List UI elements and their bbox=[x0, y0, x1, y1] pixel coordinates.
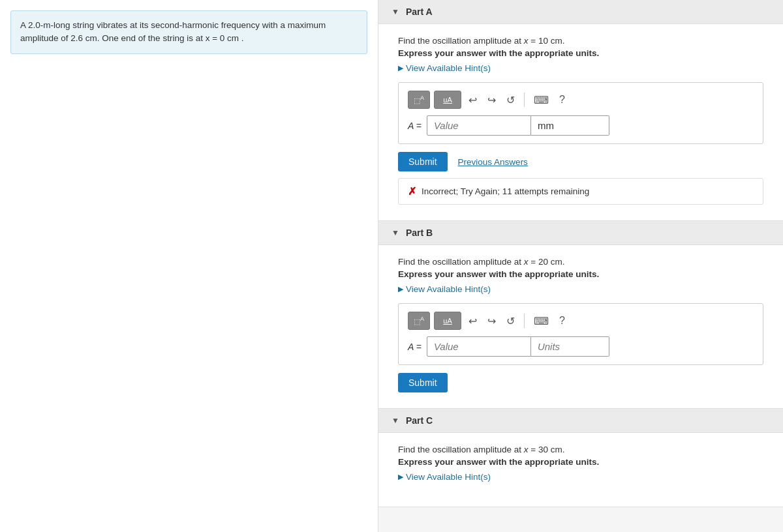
part-b-input-row: A = bbox=[408, 336, 754, 357]
part-a-answer-box: ⬚A uA ↩ ↪ ↺ ⌨ bbox=[398, 82, 763, 144]
undo-icon: ↩ bbox=[468, 95, 477, 106]
part-a-error-box: ✗ Incorrect; Try Again; 11 attempts rema… bbox=[398, 178, 763, 205]
part-b-submit-btn[interactable]: Submit bbox=[398, 373, 448, 392]
part-a-toolbar: ⬚A uA ↩ ↪ ↺ ⌨ bbox=[408, 91, 754, 109]
part-a-submit-row: Submit Previous Answers bbox=[398, 152, 763, 171]
part-a-express-text: Express your answer with the appropriate… bbox=[398, 48, 763, 58]
part-b-text-btn[interactable]: uA bbox=[434, 312, 461, 330]
part-a-keyboard-btn[interactable]: ⌨ bbox=[530, 92, 552, 108]
format-icon-b: ⬚A bbox=[414, 316, 424, 326]
left-panel: A 2.0-m-long string vibrates at its seco… bbox=[0, 0, 378, 532]
refresh-icon: ↺ bbox=[506, 95, 515, 106]
part-a-hint-label: View Available Hint(s) bbox=[406, 63, 491, 73]
part-b-hint-arrow-icon: ▶ bbox=[398, 285, 403, 293]
part-b-header[interactable]: ▼ Part B bbox=[378, 221, 783, 245]
right-panel: ▼ Part A Find the oscillation amplitude … bbox=[378, 0, 783, 532]
part-c-section: ▼ Part C Find the oscillation amplitude … bbox=[378, 409, 783, 507]
part-b-input-label: A = bbox=[408, 342, 422, 352]
refresh-icon-b: ↺ bbox=[506, 316, 515, 327]
part-b-hint-link[interactable]: ▶ View Available Hint(s) bbox=[398, 284, 763, 294]
keyboard-icon-b: ⌨ bbox=[534, 316, 549, 327]
part-b-refresh-btn[interactable]: ↺ bbox=[503, 313, 518, 329]
problem-box: A 2.0-m-long string vibrates at its seco… bbox=[10, 10, 367, 54]
help-icon: ? bbox=[559, 94, 565, 105]
part-a-text-btn[interactable]: uA bbox=[434, 91, 461, 109]
part-c-hint-arrow-icon: ▶ bbox=[398, 473, 403, 481]
part-b-answer-box: ⬚A uA ↩ ↪ ↺ ⌨ bbox=[398, 303, 763, 365]
part-a-input-row: A = bbox=[408, 115, 754, 136]
part-a-error-text: Incorrect; Try Again; 11 attempts remain… bbox=[422, 186, 589, 196]
part-a-hint-arrow-icon: ▶ bbox=[398, 64, 403, 72]
part-a-header[interactable]: ▼ Part A bbox=[378, 0, 783, 24]
part-a-section: ▼ Part A Find the oscillation amplitude … bbox=[378, 0, 783, 221]
part-c-express-text: Express your answer with the appropriate… bbox=[398, 457, 763, 467]
part-a-format-btn[interactable]: ⬚A bbox=[408, 91, 430, 109]
part-b-format-btn[interactable]: ⬚A bbox=[408, 312, 430, 330]
part-b-redo-btn[interactable]: ↪ bbox=[484, 313, 499, 329]
part-c-header[interactable]: ▼ Part C bbox=[378, 409, 783, 433]
part-a-separator bbox=[524, 93, 525, 107]
part-a-help-btn[interactable]: ? bbox=[556, 92, 568, 108]
part-b-value-input[interactable] bbox=[427, 336, 531, 357]
part-b-content: Find the oscillation amplitude at x = 20… bbox=[378, 245, 783, 409]
part-b-undo-btn[interactable]: ↩ bbox=[465, 313, 480, 329]
part-b-hint-label: View Available Hint(s) bbox=[406, 284, 491, 294]
part-c-content: Find the oscillation amplitude at x = 30… bbox=[378, 433, 783, 507]
part-a-arrow-icon: ▼ bbox=[392, 7, 399, 16]
part-c-arrow-icon: ▼ bbox=[392, 416, 399, 425]
part-c-find-text: Find the oscillation amplitude at x = 30… bbox=[398, 445, 763, 454]
part-a-find-text: Find the oscillation amplitude at x = 10… bbox=[398, 36, 763, 46]
text-icon-b: uA bbox=[443, 317, 452, 325]
part-b-toolbar: ⬚A uA ↩ ↪ ↺ ⌨ bbox=[408, 312, 754, 330]
keyboard-icon: ⌨ bbox=[534, 95, 549, 106]
part-c-label: Part C bbox=[406, 415, 433, 426]
part-b-separator bbox=[524, 314, 525, 328]
part-a-previous-answers-link[interactable]: Previous Answers bbox=[458, 157, 528, 167]
error-icon: ✗ bbox=[408, 185, 416, 198]
part-a-submit-btn[interactable]: Submit bbox=[398, 152, 448, 171]
part-b-label: Part B bbox=[406, 228, 433, 238]
part-a-content: Find the oscillation amplitude at x = 10… bbox=[378, 24, 783, 221]
undo-icon-b: ↩ bbox=[468, 316, 477, 327]
part-b-arrow-icon: ▼ bbox=[392, 228, 399, 237]
part-b-units-input[interactable] bbox=[531, 336, 609, 357]
part-a-value-input[interactable] bbox=[427, 115, 531, 136]
part-a-hint-link[interactable]: ▶ View Available Hint(s) bbox=[398, 63, 763, 73]
part-b-section: ▼ Part B Find the oscillation amplitude … bbox=[378, 221, 783, 409]
part-b-submit-row: Submit bbox=[398, 373, 763, 392]
part-a-undo-btn[interactable]: ↩ bbox=[465, 92, 480, 108]
part-b-keyboard-btn[interactable]: ⌨ bbox=[530, 313, 552, 329]
format-icon: ⬚A bbox=[414, 95, 424, 105]
redo-icon: ↪ bbox=[487, 95, 496, 106]
part-c-hint-link[interactable]: ▶ View Available Hint(s) bbox=[398, 472, 763, 482]
part-a-units-input[interactable] bbox=[531, 115, 609, 136]
problem-text: A 2.0-m-long string vibrates at its seco… bbox=[20, 20, 326, 43]
part-a-label: Part A bbox=[406, 7, 433, 17]
part-b-express-text: Express your answer with the appropriate… bbox=[398, 269, 763, 279]
part-a-redo-btn[interactable]: ↪ bbox=[484, 92, 499, 108]
help-icon-b: ? bbox=[559, 315, 565, 326]
part-a-input-label: A = bbox=[408, 121, 422, 131]
part-a-refresh-btn[interactable]: ↺ bbox=[503, 92, 518, 108]
part-b-find-text: Find the oscillation amplitude at x = 20… bbox=[398, 257, 763, 267]
part-c-hint-label: View Available Hint(s) bbox=[406, 472, 491, 482]
part-b-help-btn[interactable]: ? bbox=[556, 313, 568, 329]
redo-icon-b: ↪ bbox=[487, 316, 496, 327]
text-icon: uA bbox=[443, 96, 452, 104]
